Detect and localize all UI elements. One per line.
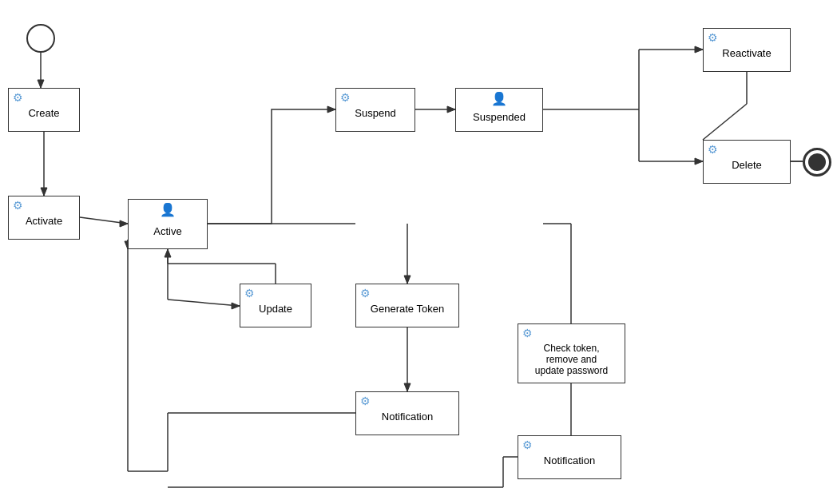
svg-marker-20 xyxy=(232,303,240,309)
gear-icon: ⚙ xyxy=(708,143,718,156)
check-token-node: ⚙ Check token, remove and update passwor… xyxy=(518,323,625,383)
gear-icon: ⚙ xyxy=(13,199,23,212)
notification2-label: Notification xyxy=(544,454,595,466)
suspend-label: Suspend xyxy=(355,107,395,119)
start-circle xyxy=(26,24,55,53)
suspended-label: Suspended xyxy=(473,111,526,123)
svg-line-47 xyxy=(703,104,747,140)
activate-node: ⚙ Activate xyxy=(8,196,80,240)
gear-icon: ⚙ xyxy=(522,439,533,451)
delete-node: ⚙ Delete xyxy=(703,140,791,184)
svg-marker-8 xyxy=(447,106,455,113)
user-icon: 👤 xyxy=(491,91,507,106)
gear-icon: ⚙ xyxy=(360,395,371,407)
update-label: Update xyxy=(259,303,292,315)
gear-icon: ⚙ xyxy=(244,287,255,300)
gear-icon: ⚙ xyxy=(522,327,533,339)
svg-marker-27 xyxy=(165,249,171,257)
svg-marker-12 xyxy=(695,46,703,53)
suspended-node: 👤 Suspended xyxy=(455,88,543,132)
generate-token-node: ⚙ Generate Token xyxy=(355,284,459,327)
reactivate-node: ⚙ Reactivate xyxy=(703,28,791,72)
svg-marker-29 xyxy=(404,383,411,391)
notification1-node: ⚙ Notification xyxy=(355,391,459,435)
create-node: ⚙ Create xyxy=(8,88,80,132)
create-label: Create xyxy=(28,107,59,119)
gear-icon: ⚙ xyxy=(360,287,371,300)
delete-label: Delete xyxy=(732,159,762,171)
gear-icon: ⚙ xyxy=(13,91,23,104)
notification2-node: ⚙ Notification xyxy=(518,435,621,479)
svg-marker-1 xyxy=(38,80,44,88)
update-node: ⚙ Update xyxy=(240,284,311,327)
active-node: 👤 Active xyxy=(128,199,208,249)
active-label: Active xyxy=(153,225,181,237)
svg-line-4 xyxy=(80,217,128,224)
gear-icon: ⚙ xyxy=(340,91,351,104)
gear-icon: ⚙ xyxy=(708,31,718,44)
reactivate-label: Reactivate xyxy=(722,47,771,59)
suspend-node: ⚙ Suspend xyxy=(335,88,415,132)
activate-label: Activate xyxy=(26,215,62,227)
svg-marker-6 xyxy=(327,106,335,113)
notification1-label: Notification xyxy=(382,411,433,423)
user-icon: 👤 xyxy=(160,202,176,217)
svg-marker-23 xyxy=(404,276,411,284)
svg-marker-15 xyxy=(695,158,703,165)
end-circle xyxy=(803,148,831,177)
svg-line-19 xyxy=(168,300,240,306)
check-token-label: Check token, remove and update password xyxy=(535,343,608,376)
generate-token-label: Generate Token xyxy=(371,303,444,315)
end-circle-inner xyxy=(808,153,826,171)
svg-marker-3 xyxy=(41,188,47,196)
svg-marker-5 xyxy=(120,220,128,227)
diagram: ⚙ Create ⚙ Activate 👤 Active ⚙ Suspend 👤… xyxy=(0,0,833,504)
